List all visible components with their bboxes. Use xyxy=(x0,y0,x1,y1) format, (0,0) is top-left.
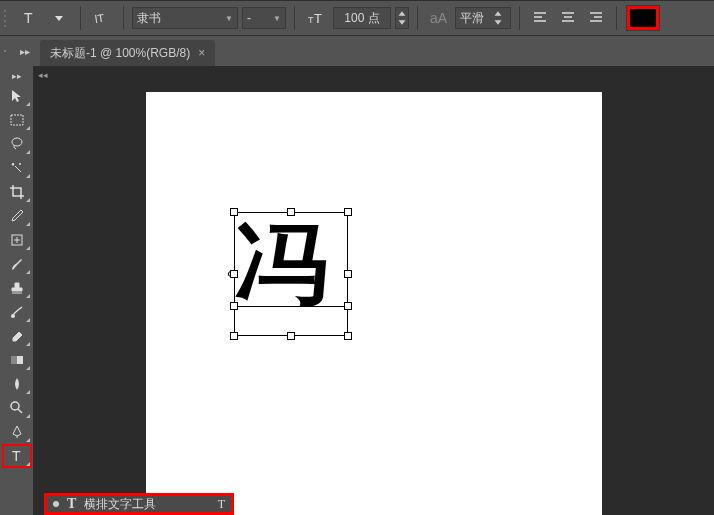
tab-close-icon[interactable]: × xyxy=(198,46,205,60)
canvas-expand-icon[interactable]: ◂◂ xyxy=(36,68,50,82)
svg-text:T: T xyxy=(24,10,33,26)
resize-handle[interactable] xyxy=(287,208,295,216)
font-size-stepper[interactable] xyxy=(395,7,409,29)
resize-handle[interactable] xyxy=(344,270,352,278)
svg-marker-6 xyxy=(399,20,406,25)
canvas[interactable]: 冯 xyxy=(146,92,602,515)
text-bounding-box[interactable]: 冯 xyxy=(234,212,348,336)
antialias-icon: aA xyxy=(426,10,451,26)
preset-dropdown-icon[interactable] xyxy=(46,5,72,31)
eyedropper-tool[interactable] xyxy=(3,205,31,227)
document-tab[interactable]: 未标题-1 @ 100%(RGB/8) × xyxy=(40,40,215,66)
svg-marker-8 xyxy=(495,20,502,25)
resize-handle[interactable] xyxy=(230,332,238,340)
history-brush-tool[interactable] xyxy=(3,301,31,323)
divider xyxy=(123,6,124,30)
resize-handle[interactable] xyxy=(230,208,238,216)
document-tabs: ▸▸ 未标题-1 @ 100%(RGB/8) × xyxy=(0,36,714,66)
type-tool[interactable]: T xyxy=(3,445,31,467)
flyout-shortcut: T xyxy=(218,497,225,512)
font-style-value: - xyxy=(247,11,251,25)
chevron-down-icon: ▼ xyxy=(273,14,281,23)
canvas-area: ◂◂ 冯 xyxy=(34,66,714,515)
divider xyxy=(294,6,295,30)
move-tool[interactable] xyxy=(3,85,31,107)
svg-marker-5 xyxy=(399,11,406,16)
flyout-label: 横排文字工具 xyxy=(84,496,156,513)
gradient-tool[interactable] xyxy=(3,349,31,371)
resize-handle[interactable] xyxy=(344,332,352,340)
align-right-button[interactable] xyxy=(584,7,608,29)
font-size-input[interactable]: 100 点 xyxy=(333,7,391,29)
tools-panel: ▸▸ T xyxy=(0,66,34,515)
svg-marker-1 xyxy=(55,16,63,21)
align-left-button[interactable] xyxy=(528,7,552,29)
resize-handle[interactable] xyxy=(344,302,352,310)
flyout-active-dot xyxy=(53,501,59,507)
svg-point-20 xyxy=(19,163,21,165)
svg-rect-18 xyxy=(11,115,23,125)
divider xyxy=(616,6,617,30)
text-orientation-icon[interactable]: lT xyxy=(89,5,115,31)
text-color-swatch[interactable] xyxy=(627,6,659,30)
svg-point-24 xyxy=(11,314,15,318)
divider xyxy=(417,6,418,30)
brush-tool[interactable] xyxy=(3,253,31,275)
svg-marker-7 xyxy=(495,11,502,16)
align-center-button[interactable] xyxy=(556,7,580,29)
horizontal-type-icon: T xyxy=(67,496,76,512)
type-tool-flyout[interactable]: T 横排文字工具 T xyxy=(44,493,234,515)
resize-handle[interactable] xyxy=(230,302,238,310)
crop-tool[interactable] xyxy=(3,181,31,203)
svg-point-27 xyxy=(11,402,19,410)
magic-wand-tool[interactable] xyxy=(3,157,31,179)
eraser-tool[interactable] xyxy=(3,325,31,347)
tabs-drag-handle[interactable] xyxy=(4,42,10,60)
resize-handle[interactable] xyxy=(230,270,238,278)
font-family-value: 隶书 xyxy=(137,10,161,27)
options-drag-handle[interactable] xyxy=(4,8,10,28)
text-options-bar: T lT 隶书 ▼ - ▼ TT 100 点 aA 平滑 xyxy=(0,0,714,36)
text-content[interactable]: 冯 xyxy=(234,222,329,308)
font-size-icon[interactable]: TT xyxy=(303,5,329,31)
tools-expand-icon[interactable]: ▸▸ xyxy=(2,70,32,82)
chevron-down-icon: ▼ xyxy=(225,14,233,23)
svg-point-19 xyxy=(12,138,22,146)
healing-brush-tool[interactable] xyxy=(3,229,31,251)
font-style-dropdown[interactable]: - ▼ xyxy=(242,7,286,29)
resize-handle[interactable] xyxy=(287,332,295,340)
divider xyxy=(80,6,81,30)
pen-tool[interactable] xyxy=(3,421,31,443)
svg-rect-26 xyxy=(11,356,17,364)
svg-text:T: T xyxy=(12,448,21,464)
svg-line-28 xyxy=(18,409,22,413)
blur-tool[interactable] xyxy=(3,373,31,395)
tabs-expand-icon[interactable]: ▸▸ xyxy=(14,40,36,62)
antialias-dropdown[interactable]: 平滑 xyxy=(455,7,511,29)
stamp-tool[interactable] xyxy=(3,277,31,299)
divider xyxy=(519,6,520,30)
svg-text:lT: lT xyxy=(94,12,105,25)
lasso-tool[interactable] xyxy=(3,133,31,155)
marquee-tool[interactable] xyxy=(3,109,31,131)
font-size-value: 100 点 xyxy=(344,10,379,27)
tab-title: 未标题-1 @ 100%(RGB/8) xyxy=(50,45,190,62)
text-tool-preset-icon[interactable]: T xyxy=(16,5,42,31)
resize-handle[interactable] xyxy=(344,208,352,216)
font-family-dropdown[interactable]: 隶书 ▼ xyxy=(132,7,238,29)
antialias-value: 平滑 xyxy=(460,10,484,27)
svg-text:T: T xyxy=(314,11,322,26)
dodge-tool[interactable] xyxy=(3,397,31,419)
